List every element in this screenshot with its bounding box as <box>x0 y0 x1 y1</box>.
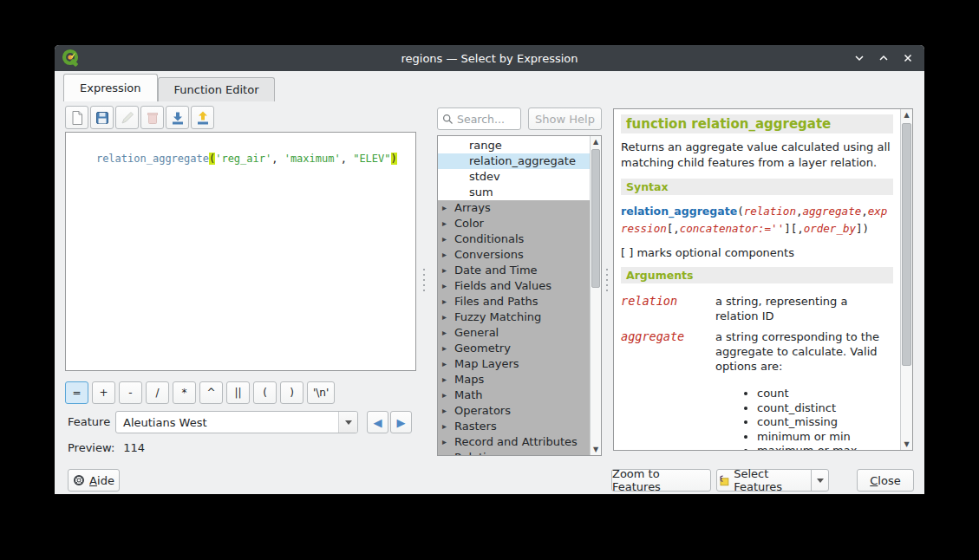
previous-feature-button[interactable]: ◀ <box>367 411 388 433</box>
scroll-up-icon[interactable]: ▲ <box>591 136 601 147</box>
maximize-button[interactable] <box>876 50 891 66</box>
expand-triangle-icon[interactable]: ▸ <box>442 403 447 419</box>
minimize-button[interactable] <box>852 50 867 66</box>
close-button[interactable]: Close <box>857 469 914 492</box>
function-list-item[interactable]: ▸Fuzzy Matching <box>438 309 590 325</box>
function-list-item[interactable]: ▸Fields and Values <box>438 278 590 294</box>
scroll-down-icon[interactable]: ▼ <box>901 439 912 450</box>
select-features-button[interactable]: Select Features <box>716 469 812 492</box>
zoom-to-features-label: Zoom to Features <box>612 467 710 493</box>
function-list-item[interactable]: sum <box>438 185 590 200</box>
scroll-up-icon[interactable]: ▲ <box>901 109 912 120</box>
zoom-to-features-button[interactable]: Zoom to Features <box>611 469 711 492</box>
expand-triangle-icon[interactable]: ▸ <box>442 419 447 434</box>
operator-button[interactable]: ( <box>253 381 277 404</box>
function-list-item[interactable]: ▸Math <box>438 387 590 403</box>
expand-triangle-icon[interactable]: ▸ <box>442 325 447 341</box>
function-list-item[interactable]: range <box>438 138 590 153</box>
help-scrollbar[interactable]: ▲ ▼ <box>900 109 912 450</box>
help-button[interactable]: Aide <box>68 469 120 492</box>
expand-triangle-icon[interactable]: ▸ <box>442 294 447 309</box>
function-list-scrollbar[interactable]: ▲ ▼ <box>590 136 601 455</box>
splitter-handle-right[interactable] <box>605 269 609 291</box>
save-expression-button[interactable] <box>90 106 114 129</box>
function-list-item[interactable]: ▸Color <box>438 216 590 231</box>
expand-triangle-icon[interactable]: ▸ <box>442 278 447 294</box>
preview-label: Preview: <box>68 441 114 454</box>
operator-button[interactable]: * <box>173 381 196 404</box>
function-list-item-label: Maps <box>454 373 484 386</box>
function-list-item[interactable]: stdev <box>438 169 590 185</box>
feature-combobox-arrow[interactable] <box>338 412 357 433</box>
splitter-handle-left[interactable] <box>422 269 426 291</box>
export-expression-button[interactable] <box>191 106 214 129</box>
operator-button[interactable]: ^ <box>199 381 223 404</box>
expand-triangle-icon[interactable]: ▸ <box>442 356 447 372</box>
expand-triangle-icon[interactable]: ▸ <box>442 387 447 403</box>
expand-triangle-icon[interactable]: ▸ <box>442 263 447 278</box>
expand-triangle-icon[interactable]: ▸ <box>442 434 447 450</box>
import-expression-button[interactable] <box>166 106 189 129</box>
function-list-item[interactable]: ▸Files and Paths <box>438 294 590 309</box>
function-list-item-label: Color <box>454 217 484 230</box>
expand-triangle-icon[interactable]: ▸ <box>442 216 447 231</box>
argument-option: count <box>757 387 893 401</box>
function-list-item[interactable]: ▸Maps <box>438 372 590 387</box>
operator-button[interactable]: = <box>65 381 88 404</box>
function-list-item[interactable]: ▸Operators <box>438 403 590 419</box>
close-window-button[interactable] <box>900 50 916 66</box>
show-help-button[interactable]: Show Help <box>528 107 602 130</box>
expand-triangle-icon[interactable]: ▸ <box>442 450 447 456</box>
select-features-dropdown-button[interactable] <box>811 469 829 492</box>
chevron-down-icon <box>817 479 824 483</box>
scrollbar-thumb[interactable] <box>591 149 600 288</box>
new-expression-button[interactable] <box>65 106 88 129</box>
right-arrow-icon: ▶ <box>397 416 406 429</box>
tab-expression[interactable]: Expression <box>63 74 158 101</box>
expand-triangle-icon[interactable]: ▸ <box>442 372 447 387</box>
argument-name: aggregate <box>621 329 712 450</box>
operator-button[interactable]: - <box>119 381 142 404</box>
code-token: , <box>673 222 680 235</box>
function-list-item-label: sum <box>469 186 493 199</box>
tab-function-editor[interactable]: Function Editor <box>158 77 276 101</box>
scrollbar-thumb[interactable] <box>902 123 911 366</box>
feature-combobox[interactable]: Aleutians West <box>115 411 358 433</box>
expand-triangle-icon[interactable]: ▸ <box>442 309 447 325</box>
function-list-item[interactable]: ▸Rasters <box>438 419 590 434</box>
expand-triangle-icon[interactable]: ▸ <box>442 247 447 263</box>
function-list-item[interactable]: relation_aggregate <box>438 153 590 169</box>
delete-expression-button[interactable] <box>140 106 164 129</box>
next-feature-button[interactable]: ▶ <box>390 411 412 433</box>
function-list-item[interactable]: ▸Conditionals <box>438 231 590 247</box>
function-list-item[interactable]: ▸Arrays <box>438 200 590 216</box>
preview-value: 114 <box>123 441 145 454</box>
function-list-item[interactable]: ▸Map Layers <box>438 356 590 372</box>
code-token: , <box>861 205 868 218</box>
search-input[interactable] <box>457 113 518 126</box>
function-list-item[interactable]: ▸Conversions <box>438 247 590 263</box>
code-token: aggregate <box>802 205 861 218</box>
function-list-item[interactable]: ▸Relations <box>438 450 590 456</box>
operator-button[interactable]: + <box>92 381 115 404</box>
expand-triangle-icon[interactable]: ▸ <box>442 200 447 216</box>
function-list-item[interactable]: ▸Date and Time <box>438 263 590 278</box>
expand-triangle-icon[interactable]: ▸ <box>442 231 447 247</box>
function-list-item[interactable]: ▸Record and Attributes <box>438 434 590 450</box>
scroll-down-icon[interactable]: ▼ <box>591 444 601 455</box>
code-token: ]) <box>856 222 869 235</box>
operator-button[interactable]: / <box>146 381 169 404</box>
function-list-item[interactable]: ▸Geometry <box>438 341 590 356</box>
edit-expression-button[interactable] <box>115 106 139 129</box>
operator-button[interactable]: '\n' <box>307 381 335 404</box>
operator-button[interactable]: || <box>226 381 250 404</box>
expand-triangle-icon[interactable]: ▸ <box>442 341 447 356</box>
help-arguments-heading: Arguments <box>621 267 893 283</box>
window-title: regions — Select by Expression <box>55 52 924 65</box>
argument-description: a string, representing a relation ID <box>715 294 893 323</box>
function-list-item-label: stdev <box>469 170 500 183</box>
function-list-item-label: range <box>469 139 502 152</box>
operator-button[interactable]: ) <box>280 381 303 404</box>
expression-editor[interactable]: relation_aggregate('reg_air', 'maximum',… <box>65 132 416 371</box>
function-list-item[interactable]: ▸General <box>438 325 590 341</box>
